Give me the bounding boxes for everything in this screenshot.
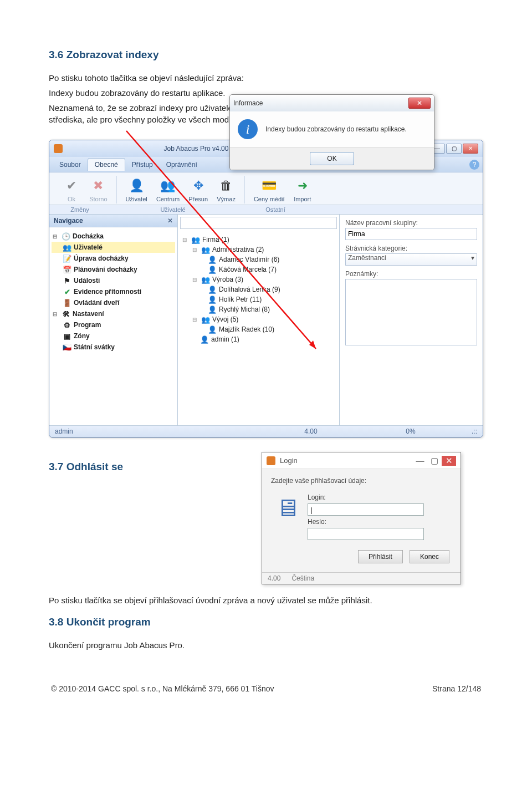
nav-item-ovladani[interactable]: 🚪Ovládání dveří bbox=[52, 297, 175, 308]
maximize-button[interactable]: ▢ bbox=[446, 144, 462, 154]
tool-label: Centrum bbox=[156, 196, 180, 202]
nav-label: Úprava docházky bbox=[74, 255, 129, 262]
tree-label: Majzlík Radek (10) bbox=[219, 325, 274, 333]
maximize-button[interactable]: ▢ bbox=[427, 456, 442, 466]
nav-item-uzivatele[interactable]: 👥Uživatelé bbox=[52, 242, 175, 253]
login-title: Login bbox=[280, 456, 413, 465]
ceny-tool[interactable]: 💳Ceny médií bbox=[250, 176, 288, 203]
user-icon: 👤 bbox=[127, 177, 145, 195]
presun-tool[interactable]: ✥Přesun bbox=[185, 176, 211, 203]
nav-label: Zóny bbox=[74, 332, 90, 340]
uzivatel-tool[interactable]: 👤Uživatel bbox=[122, 176, 151, 203]
tool-label: Uživatel bbox=[126, 196, 147, 202]
nav-item-evidence[interactable]: ✔Evidence přítomnosti bbox=[52, 286, 175, 297]
group-icon: 👥 bbox=[201, 245, 210, 254]
login-icon: 🖥 bbox=[271, 491, 304, 525]
dialog-title: Informace bbox=[233, 99, 408, 107]
tree-item[interactable]: 👤Holík Petr (11) bbox=[182, 294, 335, 304]
tree-item[interactable]: 👤Káčová Marcela (7) bbox=[182, 264, 335, 274]
group-icon: 👥 bbox=[201, 315, 210, 324]
tree-item[interactable]: 👤Dolíhalová Lenka (9) bbox=[182, 284, 335, 294]
tree-item[interactable]: 👤Majzlík Radek (10) bbox=[182, 324, 335, 334]
tool-label: Import bbox=[294, 196, 311, 202]
gear-icon: ⚙ bbox=[63, 320, 71, 329]
event-icon: ⚑ bbox=[63, 276, 71, 285]
notes-textarea[interactable] bbox=[345, 279, 477, 345]
group-icon: 👥 bbox=[159, 177, 177, 195]
tree-label: Výroba (3) bbox=[212, 276, 243, 283]
calendar-icon: 📅 bbox=[63, 265, 71, 274]
tree-item[interactable]: ⊟👥Vývoj (5) bbox=[182, 314, 335, 324]
nav-label: Program bbox=[74, 321, 101, 329]
nav-item-nastaveni[interactable]: ⊟🛠Nastavení bbox=[52, 308, 175, 319]
vymaz-tool[interactable]: 🗑Výmaz bbox=[213, 176, 239, 203]
clock-icon: 🕒 bbox=[62, 232, 70, 241]
tool-label: Ok bbox=[68, 196, 75, 202]
nav-label: Evidence přítomnosti bbox=[74, 288, 141, 296]
group-label: Ostatní bbox=[242, 206, 309, 213]
door-icon: 🚪 bbox=[63, 298, 71, 307]
tree-item[interactable]: ⊟👥Administrativa (2) bbox=[182, 245, 335, 255]
tree-label: Adamec Vladimír (6) bbox=[219, 256, 279, 263]
login-button[interactable]: Přihlásit bbox=[358, 550, 403, 563]
search-input[interactable] bbox=[180, 217, 337, 229]
nav-item-zony[interactable]: ▣Zóny bbox=[52, 330, 175, 342]
nav-item-uprava[interactable]: 📝Úprava docházky bbox=[52, 253, 175, 264]
help-button[interactable]: ? bbox=[469, 160, 479, 170]
tree-item[interactable]: ⊟👥Firma (1) bbox=[182, 235, 335, 245]
close-button[interactable]: ✕ bbox=[463, 144, 478, 154]
footer-copyright: © 2010-2014 GACC spol. s r.o., Na Mlékár… bbox=[51, 684, 274, 693]
tree-label: Rychlý Michal (8) bbox=[219, 306, 270, 313]
check-icon: ✔ bbox=[63, 287, 71, 296]
nav-label: Docházka bbox=[73, 232, 104, 240]
app-icon bbox=[267, 456, 275, 465]
edit-icon: 📝 bbox=[63, 254, 71, 263]
centrum-tool[interactable]: 👥Centrum bbox=[153, 176, 183, 203]
delete-icon: 🗑 bbox=[217, 177, 235, 195]
details-pane: Název pracovní skupiny: Strávnická kateg… bbox=[340, 215, 483, 425]
nav-label: Státní svátky bbox=[74, 343, 115, 351]
person-icon: 👤 bbox=[208, 325, 217, 334]
ok-button[interactable]: OK bbox=[310, 152, 354, 165]
nav-close-icon[interactable]: ✕ bbox=[167, 217, 173, 225]
import-tool[interactable]: ➜Import bbox=[290, 176, 315, 203]
nav-item-udalosti[interactable]: ⚑Události bbox=[52, 275, 175, 286]
person-icon: 👤 bbox=[208, 265, 217, 274]
ok-tool[interactable]: ✔Ok bbox=[59, 176, 84, 203]
person-icon: 👤 bbox=[200, 335, 209, 344]
tree-item[interactable]: 👤admin (1) bbox=[182, 334, 335, 344]
login-input[interactable] bbox=[308, 503, 424, 516]
tree-label: Holík Petr (11) bbox=[219, 296, 262, 303]
tab-soubor[interactable]: Soubor bbox=[53, 159, 88, 171]
person-icon: 👤 bbox=[208, 285, 217, 294]
storno-tool[interactable]: ✖Storno bbox=[86, 176, 110, 203]
tree-item[interactable]: ⊟👥Výroba (3) bbox=[182, 274, 335, 284]
nav-item-dochazka[interactable]: ⊟🕒Docházka bbox=[52, 231, 175, 242]
nav-item-planovani[interactable]: 📅Plánování docházky bbox=[52, 264, 175, 275]
nav-item-svatky[interactable]: 🇨🇿Státní svátky bbox=[52, 342, 175, 353]
navigation-pane: Navigace ✕ ⊟🕒Docházka 👥Uživatelé 📝Úprava… bbox=[49, 215, 178, 425]
login-version: 4.00 bbox=[268, 574, 280, 582]
password-label: Heslo: bbox=[308, 518, 335, 526]
person-icon: 👤 bbox=[208, 255, 217, 264]
tree-label: Administrativa (2) bbox=[212, 246, 264, 253]
tab-opravneni[interactable]: Oprávnění bbox=[160, 159, 204, 171]
tree-item[interactable]: 👤Rychlý Michal (8) bbox=[182, 304, 335, 314]
close-button[interactable]: ✕ bbox=[408, 98, 431, 109]
resize-grip[interactable]: .:: bbox=[461, 428, 477, 435]
category-select[interactable]: Zaměstnanci▾ bbox=[345, 253, 477, 266]
password-input[interactable] bbox=[308, 528, 424, 540]
nav-item-program[interactable]: ⚙Program bbox=[52, 319, 175, 330]
group-name-input[interactable] bbox=[345, 228, 477, 240]
cancel-button[interactable]: Konec bbox=[410, 550, 449, 563]
category-label: Strávnická kategorie: bbox=[345, 245, 477, 252]
nav-label: Uživatelé bbox=[74, 243, 103, 251]
login-label: Login: bbox=[308, 493, 335, 501]
tree-item[interactable]: 👤Adamec Vladimír (6) bbox=[182, 255, 335, 264]
close-button[interactable]: ✕ bbox=[442, 456, 456, 466]
tab-obecne[interactable]: Obecné bbox=[88, 158, 125, 171]
minimize-button[interactable]: — bbox=[413, 456, 427, 465]
tab-pristup[interactable]: Přístup bbox=[125, 159, 160, 171]
zone-icon: ▣ bbox=[63, 332, 71, 340]
tree-label: Firma (1) bbox=[202, 236, 229, 243]
